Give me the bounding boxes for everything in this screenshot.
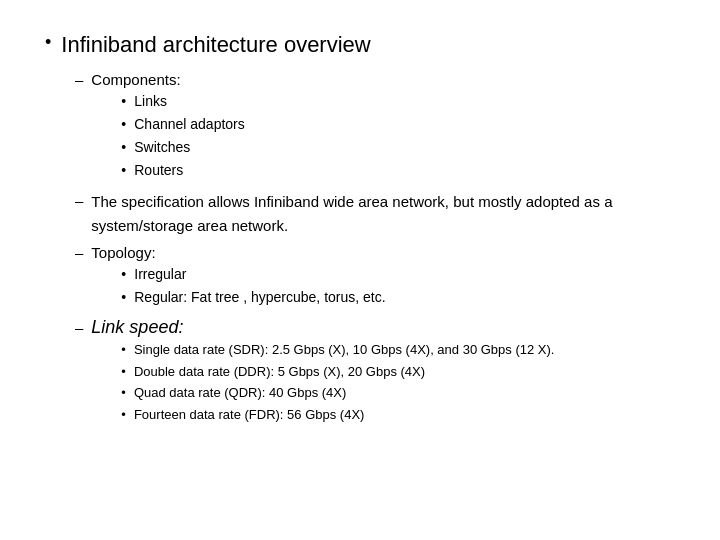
bullet-dot: • [121, 405, 126, 425]
list-item: • Links [121, 91, 244, 112]
components-bullets: • Links • Channel adaptors • Switches • … [121, 91, 244, 181]
bullet-text: Regular: Fat tree , hypercube, torus, et… [134, 287, 385, 308]
list-item: • Switches [121, 137, 244, 158]
list-item: • Regular: Fat tree , hypercube, torus, … [121, 287, 385, 308]
bullet-dot: • [121, 340, 126, 360]
bullet-dot: • [121, 287, 126, 308]
list-item: • Quad data rate (QDR): 40 Gbps (4X) [121, 383, 554, 403]
topology-dash: – [75, 242, 83, 265]
bullet-text: Quad data rate (QDR): 40 Gbps (4X) [134, 383, 346, 403]
bullet-dot: • [121, 264, 126, 285]
topology-label: Topology: [91, 244, 155, 261]
components-label: Components: [91, 71, 180, 88]
sub-sections: – Components: • Links • Channel adaptors… [75, 69, 675, 427]
bullet-text: Switches [134, 137, 190, 158]
list-item: • Fourteen data rate (FDR): 56 Gbps (4X) [121, 405, 554, 425]
topology-content: Topology: • Irregular • Regular: Fat tre… [91, 242, 385, 313]
bullet-dot: • [121, 362, 126, 382]
bullet-dot: • [121, 160, 126, 181]
slide-content: • Infiniband architecture overview – Com… [30, 20, 690, 442]
bullet-dot: • [121, 137, 126, 158]
bullet-dot: • [121, 91, 126, 112]
list-item: • Irregular [121, 264, 385, 285]
bullet-text: Links [134, 91, 167, 112]
bullet-text: Irregular [134, 264, 186, 285]
components-content: Components: • Links • Channel adaptors •… [91, 69, 244, 186]
spec-dash: – [75, 190, 83, 213]
main-bullet-text: Infiniband architecture overview [61, 30, 370, 61]
components-section: – Components: • Links • Channel adaptors… [75, 69, 675, 186]
topology-section: – Topology: • Irregular • Regular: Fat t… [75, 242, 675, 313]
bullet-text: Routers [134, 160, 183, 181]
topology-bullets: • Irregular • Regular: Fat tree , hyperc… [121, 264, 385, 308]
list-item: • Double data rate (DDR): 5 Gbps (X), 20… [121, 362, 554, 382]
bullet-text: Fourteen data rate (FDR): 56 Gbps (4X) [134, 405, 364, 425]
link-speed-dash: – [75, 317, 83, 340]
bullet-text: Double data rate (DDR): 5 Gbps (X), 20 G… [134, 362, 425, 382]
bullet-text: Channel adaptors [134, 114, 245, 135]
components-dash: – [75, 69, 83, 92]
link-speed-label: Link speed: [91, 317, 183, 337]
list-item: • Channel adaptors [121, 114, 244, 135]
list-item: • Routers [121, 160, 244, 181]
bullet-dot: • [121, 383, 126, 403]
bullet-dot: • [121, 114, 126, 135]
link-speed-bullets: • Single data rate (SDR): 2.5 Gbps (X), … [121, 340, 554, 424]
link-speed-section: – Link speed: • Single data rate (SDR): … [75, 317, 675, 426]
main-bullet: • Infiniband architecture overview [45, 30, 675, 61]
specification-section: – The specification allows Infiniband wi… [75, 190, 675, 237]
bullet-text: Single data rate (SDR): 2.5 Gbps (X), 10… [134, 340, 555, 360]
main-bullet-dot: • [45, 30, 51, 55]
spec-text: The specification allows Infiniband wide… [91, 190, 675, 237]
link-speed-content: Link speed: • Single data rate (SDR): 2.… [91, 317, 554, 426]
list-item: • Single data rate (SDR): 2.5 Gbps (X), … [121, 340, 554, 360]
